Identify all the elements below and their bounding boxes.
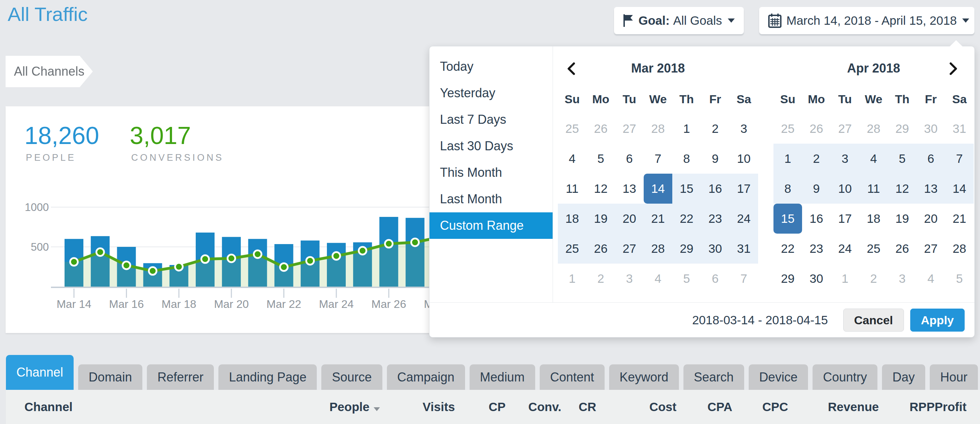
day-cell[interactable]: 30 [701, 233, 730, 264]
day-cell[interactable]: 15 [773, 203, 802, 233]
day-cell[interactable]: 6 [615, 144, 644, 174]
day-cell[interactable]: 3 [615, 264, 644, 294]
tab-medium[interactable]: Medium [469, 364, 535, 390]
tab-content[interactable]: Content [540, 364, 605, 390]
column-header-people[interactable]: People [293, 400, 380, 414]
day-cell[interactable]: 11 [859, 174, 888, 203]
day-cell[interactable]: 10 [730, 144, 758, 174]
tab-keyword[interactable]: Keyword [609, 364, 679, 390]
day-cell[interactable]: 24 [730, 203, 758, 233]
day-cell[interactable]: 25 [859, 233, 888, 264]
preset-this-month[interactable]: This Month [430, 159, 553, 186]
tab-hour[interactable]: Hour [930, 364, 978, 390]
column-header-revenue[interactable]: Revenue [788, 400, 879, 414]
day-cell[interactable]: 6 [916, 144, 945, 174]
day-cell[interactable]: 3 [888, 264, 916, 294]
day-cell[interactable]: 4 [644, 264, 672, 294]
column-header-cost[interactable]: Cost [596, 400, 676, 414]
column-header-cr[interactable]: CR [562, 400, 596, 414]
day-cell[interactable]: 7 [945, 144, 974, 174]
tab-campaign[interactable]: Campaign [387, 364, 465, 390]
day-cell[interactable]: 10 [831, 174, 859, 203]
day-cell[interactable]: 26 [888, 233, 916, 264]
day-cell[interactable]: 13 [615, 174, 644, 203]
tab-referrer[interactable]: Referrer [147, 364, 214, 390]
day-cell[interactable]: 22 [773, 233, 802, 264]
day-cell[interactable]: 27 [916, 233, 945, 264]
day-cell[interactable]: 17 [730, 174, 758, 203]
preset-today[interactable]: Today [430, 53, 553, 80]
day-cell[interactable]: 4 [558, 144, 587, 174]
day-cell[interactable]: 28 [945, 233, 974, 264]
day-cell[interactable]: 21 [644, 203, 672, 233]
column-header-cp[interactable]: CP [455, 400, 506, 414]
day-cell[interactable]: 3 [831, 144, 859, 174]
day-cell[interactable]: 7 [730, 264, 758, 294]
day-cell[interactable]: 5 [587, 144, 615, 174]
day-cell[interactable]: 2 [859, 264, 888, 294]
day-cell[interactable]: 29 [888, 114, 916, 144]
preset-last-month[interactable]: Last Month [430, 186, 553, 212]
tab-search[interactable]: Search [684, 364, 744, 390]
day-cell[interactable]: 11 [558, 174, 587, 203]
day-cell[interactable]: 22 [672, 203, 701, 233]
day-cell[interactable]: 23 [701, 203, 730, 233]
cancel-button[interactable]: Cancel [843, 308, 904, 332]
day-cell[interactable]: 27 [615, 233, 644, 264]
day-cell[interactable]: 21 [945, 203, 974, 233]
day-cell[interactable]: 14 [644, 174, 672, 203]
preset-yesterday[interactable]: Yesterday [430, 80, 553, 106]
tab-day[interactable]: Day [882, 364, 925, 390]
day-cell[interactable]: 4 [859, 144, 888, 174]
day-cell[interactable]: 16 [701, 174, 730, 203]
apply-button[interactable]: Apply [910, 308, 965, 332]
column-header-cpc[interactable]: CPC [732, 400, 788, 414]
tab-domain[interactable]: Domain [78, 364, 142, 390]
day-cell[interactable]: 28 [644, 233, 672, 264]
day-cell[interactable]: 13 [916, 174, 945, 203]
day-cell[interactable]: 2 [701, 114, 730, 144]
day-cell[interactable]: 20 [615, 203, 644, 233]
day-cell[interactable]: 1 [558, 264, 587, 294]
day-cell[interactable]: 26 [802, 114, 831, 144]
day-cell[interactable]: 3 [730, 114, 758, 144]
column-header-visits[interactable]: Visits [380, 400, 455, 414]
day-cell[interactable]: 20 [916, 203, 945, 233]
day-cell[interactable]: 5 [888, 144, 916, 174]
column-header-conv-[interactable]: Conv. [506, 400, 562, 414]
day-cell[interactable]: 30 [802, 264, 831, 294]
day-cell[interactable]: 29 [672, 233, 701, 264]
day-cell[interactable]: 1 [831, 264, 859, 294]
day-cell[interactable]: 24 [831, 233, 859, 264]
day-cell[interactable]: 2 [587, 264, 615, 294]
day-cell[interactable]: 8 [773, 174, 802, 203]
day-cell[interactable]: 28 [644, 114, 672, 144]
breadcrumb-all-channels[interactable]: All Channels [6, 56, 93, 87]
day-cell[interactable]: 18 [859, 203, 888, 233]
day-cell[interactable]: 4 [916, 264, 945, 294]
tab-source[interactable]: Source [321, 364, 382, 390]
day-cell[interactable]: 8 [672, 144, 701, 174]
day-cell[interactable]: 25 [773, 114, 802, 144]
day-cell[interactable]: 28 [859, 114, 888, 144]
day-cell[interactable]: 9 [701, 144, 730, 174]
day-cell[interactable]: 7 [644, 144, 672, 174]
day-cell[interactable]: 31 [730, 233, 758, 264]
day-cell[interactable]: 31 [945, 114, 974, 144]
day-cell[interactable]: 26 [587, 114, 615, 144]
day-cell[interactable]: 6 [701, 264, 730, 294]
day-cell[interactable]: 30 [916, 114, 945, 144]
day-cell[interactable]: 16 [802, 203, 831, 233]
tab-channel[interactable]: Channel [6, 355, 73, 390]
day-cell[interactable]: 23 [802, 233, 831, 264]
day-cell[interactable]: 5 [945, 264, 974, 294]
day-cell[interactable]: 2 [802, 144, 831, 174]
day-cell[interactable]: 25 [558, 114, 587, 144]
day-cell[interactable]: 5 [672, 264, 701, 294]
date-range-button[interactable]: March 14, 2018 - April 15, 2018 [759, 7, 974, 34]
day-cell[interactable]: 14 [945, 174, 974, 203]
preset-custom-range[interactable]: Custom Range [430, 212, 553, 239]
column-header-profit[interactable]: Profit [935, 400, 966, 414]
column-header-channel[interactable]: Channel [24, 400, 293, 414]
goal-selector-button[interactable]: Goal: All Goals [614, 7, 744, 34]
